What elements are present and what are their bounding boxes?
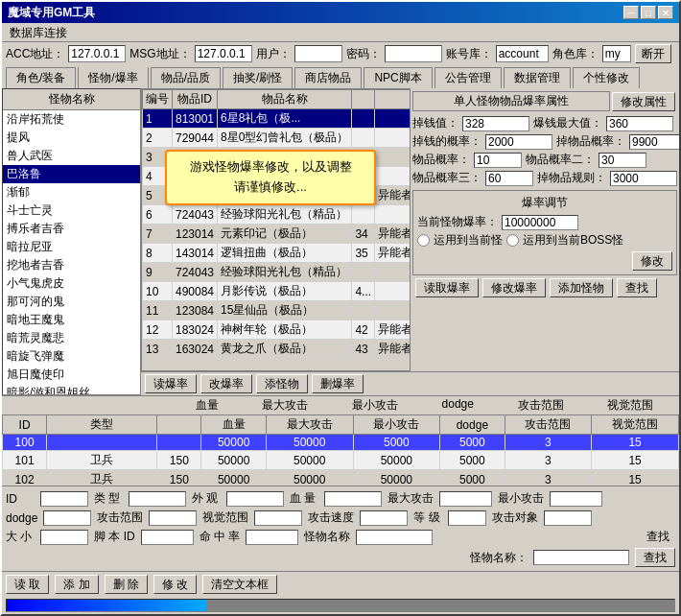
tab-lottery[interactable]: 抽奖/刷怪 xyxy=(223,67,293,88)
min-atk-field[interactable] xyxy=(550,491,602,507)
monster-item[interactable]: 暗荒灵魔悲 xyxy=(3,329,140,347)
level-field[interactable] xyxy=(448,510,486,526)
tab-announcement[interactable]: 公告管理 xyxy=(434,67,502,88)
table-row[interactable]: 1112308415星仙品（极品） xyxy=(143,301,411,320)
radio-boss[interactable] xyxy=(506,234,519,247)
view-range-field[interactable] xyxy=(254,510,302,526)
monster-item[interactable]: 巴洛鲁 xyxy=(3,165,140,183)
read-rate-button[interactable]: 读取爆率 xyxy=(415,278,479,297)
read-rate-btn2[interactable]: 读爆率 xyxy=(145,374,197,393)
atk-target-field[interactable] xyxy=(544,510,592,526)
table-row[interactable]: 12183024神树年轮（极品）42异能者 xyxy=(143,320,411,340)
item-rate1-input[interactable] xyxy=(474,153,522,168)
table-row[interactable]: 13163024黄龙之爪（极品）43异能者 xyxy=(143,340,411,359)
modify-rate-button[interactable]: 修改爆率 xyxy=(482,278,546,297)
table-row[interactable]: 102卫兵150 5000050000500005000315 xyxy=(3,470,679,486)
acc-input[interactable] xyxy=(68,45,126,62)
connect-button[interactable]: 断开 xyxy=(635,44,671,63)
guard-table: ID 类型 血量 最大攻击 最小攻击 dodge 攻击范围 视觉范围 xyxy=(2,415,679,486)
monster-item[interactable]: 渐郁 xyxy=(3,183,140,201)
delete-rate-btn[interactable]: 删爆率 xyxy=(312,374,364,393)
monster-item[interactable]: 小气鬼虎皮 xyxy=(3,274,140,293)
find-btn[interactable]: 查找 xyxy=(635,548,675,567)
tab-data-mgmt[interactable]: 数据管理 xyxy=(504,67,571,88)
modify-attr-button[interactable]: 修改属性 xyxy=(612,92,675,111)
monster-name-find-field[interactable] xyxy=(533,550,629,565)
table-row[interactable]: 9724043经验球阳光礼包（精品） xyxy=(143,263,411,282)
monster-item[interactable]: 提风 xyxy=(3,129,140,147)
monster-item[interactable]: 沿岸拓荒使 xyxy=(3,110,140,129)
db-input[interactable] xyxy=(496,45,549,62)
appearance-field[interactable] xyxy=(226,491,284,507)
type-field[interactable] xyxy=(129,491,186,507)
add-button[interactable]: 添 加 xyxy=(55,575,98,594)
monster-item[interactable]: 斗士亡灵 xyxy=(3,201,140,220)
clear-button[interactable]: 清空文本框 xyxy=(202,575,277,594)
table-row[interactable]: 6724043经验球阳光礼包（精品） xyxy=(143,205,411,225)
item-rate3-input[interactable] xyxy=(485,171,533,186)
tab-monster-rate[interactable]: 怪物/爆率 xyxy=(78,66,148,88)
read-button[interactable]: 读 取 xyxy=(6,575,49,594)
minimize-button[interactable]: ─ xyxy=(623,6,639,19)
monster-item[interactable]: 兽人武医 xyxy=(3,147,140,165)
monster-item[interactable]: 搏乐者吉香 xyxy=(3,220,140,238)
drop-rate-input[interactable] xyxy=(485,134,552,150)
atk-target-label: 攻击对象 xyxy=(492,509,538,526)
current-rate-input[interactable] xyxy=(502,215,578,230)
atk-range-field[interactable] xyxy=(149,510,197,526)
table-row[interactable]: 8143014逻辑扭曲（极品）35异能者 xyxy=(143,244,411,263)
table-row[interactable]: 10490084月影传说（极品）4... xyxy=(143,282,411,301)
table-row[interactable]: 1 813001 6星8礼包（极... xyxy=(143,109,411,129)
table-row[interactable]: 2 729044 8星0型幻曾礼包（极品） xyxy=(143,129,411,148)
tabs-row: 角色/装备 怪物/爆率 物品/品质 抽奖/刷怪 商店物品 NPC脚本 公告管理 … xyxy=(2,65,679,88)
max-atk-field[interactable] xyxy=(439,491,492,507)
modify-button[interactable]: 修 改 xyxy=(153,575,197,594)
monster-list-scroll[interactable]: 沿岸拓荒使 提风 兽人武医 巴洛鲁 渐郁 斗士亡灵 搏乐者吉香 暗拉尼亚 挖地者… xyxy=(3,110,140,394)
monster-item[interactable]: 旭日魔使印 xyxy=(3,366,140,384)
table-row[interactable]: 100 500005000050005000315 xyxy=(3,435,679,451)
tab-role-equip[interactable]: 角色/装备 xyxy=(6,67,76,88)
guard-col-atk-range: 攻击范围 xyxy=(518,397,564,414)
guard-col-max-atk: 最大攻击 xyxy=(262,397,308,414)
dodge-field[interactable] xyxy=(43,510,91,526)
drop-value-input[interactable] xyxy=(462,116,529,131)
drop-rule-input[interactable] xyxy=(610,171,677,186)
table-row[interactable]: 7123014元素印记（极品）34异能者 xyxy=(143,225,411,244)
radio-current[interactable] xyxy=(417,234,430,247)
guard-table-scroll[interactable]: ID 类型 血量 最大攻击 最小攻击 dodge 攻击范围 视觉范围 xyxy=(2,415,679,486)
add-monster-button[interactable]: 添加怪物 xyxy=(550,278,613,297)
modify-rate-btn2[interactable]: 改爆率 xyxy=(200,374,252,393)
id-field[interactable] xyxy=(40,491,88,507)
tab-item-quality[interactable]: 物品/品质 xyxy=(151,67,221,88)
death-rate-field[interactable] xyxy=(246,530,298,545)
menu-database[interactable]: 数据库连接 xyxy=(6,25,71,39)
msg-input[interactable] xyxy=(195,45,252,62)
monster-item[interactable]: 暗地王魔鬼 xyxy=(3,311,140,329)
monster-item[interactable]: 那可河的鬼 xyxy=(3,293,140,311)
table-row[interactable]: 101卫兵150 5000050000500005000315 xyxy=(3,451,679,470)
find-monster-button[interactable]: 查找 xyxy=(617,278,657,297)
maximize-button[interactable]: □ xyxy=(641,6,656,19)
tab-npc-script[interactable]: NPC脚本 xyxy=(364,67,432,88)
monster-item[interactable]: 暗拉尼亚 xyxy=(3,238,140,256)
tab-shop-items[interactable]: 商店物品 xyxy=(294,67,362,88)
hp-field[interactable] xyxy=(324,491,382,507)
user-input[interactable] xyxy=(294,45,342,62)
monster-item[interactable]: 挖地者吉香 xyxy=(3,256,140,274)
tab-personal[interactable]: 个性修改 xyxy=(573,67,640,88)
script-id-field[interactable] xyxy=(141,530,194,545)
atk-speed-field[interactable] xyxy=(360,510,408,526)
monster-item[interactable]: 暗影/游和恩姐丝 xyxy=(3,384,140,394)
monster-item[interactable]: 暗旋飞弹魔 xyxy=(3,347,140,366)
max-explode-input[interactable] xyxy=(606,116,673,131)
size-field[interactable] xyxy=(40,530,88,545)
close-button[interactable]: ✕ xyxy=(658,6,673,19)
role-input[interactable] xyxy=(602,45,631,62)
item-rate2-input[interactable] xyxy=(599,153,646,168)
drop-item-rate-input[interactable] xyxy=(629,134,679,150)
add-monster-btn2[interactable]: 添怪物 xyxy=(256,374,308,393)
delete-button[interactable]: 删 除 xyxy=(105,575,148,594)
explosion-modify-button[interactable]: 修改 xyxy=(632,251,672,271)
pwd-input[interactable] xyxy=(385,45,442,62)
monster-name-field[interactable] xyxy=(356,530,433,545)
